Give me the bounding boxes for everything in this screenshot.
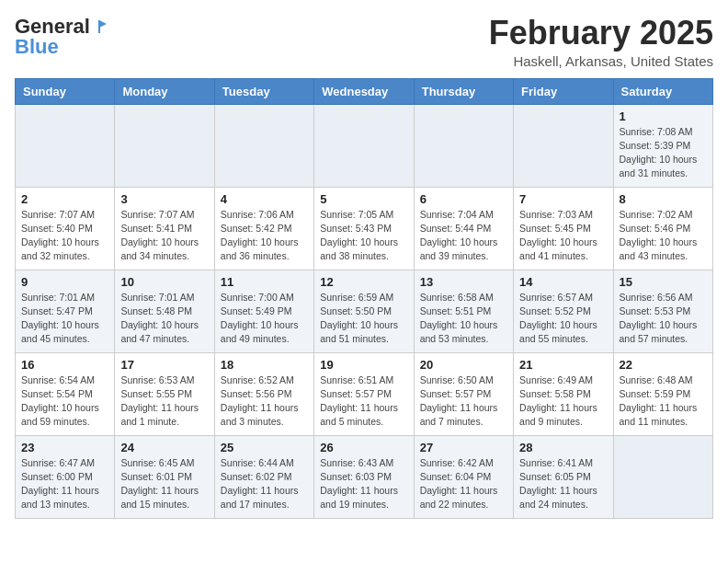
day-detail: Sunrise: 6:51 AM Sunset: 5:57 PM Dayligh…: [320, 373, 407, 430]
weekday-header-sunday: Sunday: [16, 78, 115, 104]
calendar-day-cell: 15Sunrise: 6:56 AM Sunset: 5:53 PM Dayli…: [613, 270, 712, 352]
calendar-day-cell: 8Sunrise: 7:02 AM Sunset: 5:46 PM Daylig…: [613, 187, 712, 270]
calendar-day-cell: 14Sunrise: 6:57 AM Sunset: 5:52 PM Dayli…: [514, 270, 613, 352]
calendar-day-cell: [613, 435, 712, 518]
day-number: 18: [221, 358, 308, 372]
calendar-day-cell: [214, 104, 313, 187]
day-detail: Sunrise: 7:01 AM Sunset: 5:48 PM Dayligh…: [120, 291, 208, 347]
day-number: 8: [620, 192, 707, 206]
day-detail: Sunrise: 7:03 AM Sunset: 5:45 PM Dayligh…: [519, 208, 607, 264]
day-number: 14: [519, 275, 607, 289]
day-number: 10: [120, 275, 208, 289]
logo-blue-text: Blue: [15, 35, 59, 59]
calendar-day-cell: 13Sunrise: 6:58 AM Sunset: 5:51 PM Dayli…: [414, 270, 513, 352]
calendar-day-cell: [16, 104, 115, 187]
calendar-day-cell: [115, 104, 214, 187]
weekday-header-wednesday: Wednesday: [314, 78, 414, 104]
calendar-day-cell: 24Sunrise: 6:45 AM Sunset: 6:01 PM Dayli…: [115, 435, 214, 518]
day-number: 23: [21, 441, 108, 454]
calendar-day-cell: 2Sunrise: 7:07 AM Sunset: 5:40 PM Daylig…: [16, 187, 115, 270]
day-detail: Sunrise: 6:56 AM Sunset: 5:53 PM Dayligh…: [620, 291, 707, 347]
day-number: 13: [420, 275, 507, 289]
svg-marker-0: [99, 20, 107, 28]
calendar-day-cell: 10Sunrise: 7:01 AM Sunset: 5:48 PM Dayli…: [115, 270, 214, 352]
day-number: 25: [221, 441, 308, 454]
calendar-day-cell: 28Sunrise: 6:41 AM Sunset: 6:05 PM Dayli…: [514, 435, 613, 518]
day-detail: Sunrise: 6:52 AM Sunset: 5:56 PM Dayligh…: [221, 373, 308, 430]
svg-rect-1: [98, 20, 100, 33]
day-detail: Sunrise: 7:01 AM Sunset: 5:47 PM Dayligh…: [21, 291, 108, 347]
calendar-day-cell: 5Sunrise: 7:05 AM Sunset: 5:43 PM Daylig…: [314, 187, 414, 270]
day-number: 2: [21, 192, 108, 206]
day-number: 1: [620, 109, 707, 123]
day-detail: Sunrise: 7:00 AM Sunset: 5:49 PM Dayligh…: [221, 291, 308, 347]
day-number: 12: [320, 275, 407, 289]
day-detail: Sunrise: 7:02 AM Sunset: 5:46 PM Dayligh…: [620, 208, 707, 264]
calendar-day-cell: 18Sunrise: 6:52 AM Sunset: 5:56 PM Dayli…: [214, 352, 313, 435]
calendar-day-cell: 6Sunrise: 7:04 AM Sunset: 5:44 PM Daylig…: [414, 187, 513, 270]
calendar-day-cell: 21Sunrise: 6:49 AM Sunset: 5:58 PM Dayli…: [514, 352, 613, 435]
day-detail: Sunrise: 6:43 AM Sunset: 6:03 PM Dayligh…: [320, 456, 407, 512]
day-number: 20: [420, 358, 507, 372]
day-detail: Sunrise: 6:50 AM Sunset: 5:57 PM Dayligh…: [420, 373, 507, 430]
calendar-header-row: SundayMondayTuesdayWednesdayThursdayFrid…: [16, 78, 713, 104]
calendar-day-cell: 12Sunrise: 6:59 AM Sunset: 5:50 PM Dayli…: [314, 270, 414, 352]
month-title: February 2025: [489, 15, 713, 52]
day-detail: Sunrise: 6:57 AM Sunset: 5:52 PM Dayligh…: [519, 291, 607, 347]
weekday-header-monday: Monday: [115, 78, 214, 104]
weekday-header-friday: Friday: [514, 78, 613, 104]
calendar-day-cell: 9Sunrise: 7:01 AM Sunset: 5:47 PM Daylig…: [16, 270, 115, 352]
day-number: 15: [620, 275, 707, 289]
day-number: 27: [420, 441, 507, 454]
calendar-week-row: 9Sunrise: 7:01 AM Sunset: 5:47 PM Daylig…: [16, 270, 713, 352]
day-detail: Sunrise: 7:06 AM Sunset: 5:42 PM Dayligh…: [221, 208, 308, 264]
logo-flag-icon: [92, 18, 108, 35]
calendar-week-row: 2Sunrise: 7:07 AM Sunset: 5:40 PM Daylig…: [16, 187, 713, 270]
day-detail: Sunrise: 7:05 AM Sunset: 5:43 PM Dayligh…: [320, 208, 407, 264]
calendar-day-cell: 26Sunrise: 6:43 AM Sunset: 6:03 PM Dayli…: [314, 435, 414, 518]
day-number: 17: [120, 358, 208, 372]
day-detail: Sunrise: 7:04 AM Sunset: 5:44 PM Dayligh…: [420, 208, 507, 264]
day-detail: Sunrise: 7:07 AM Sunset: 5:40 PM Dayligh…: [21, 208, 108, 264]
day-number: 16: [21, 358, 108, 372]
calendar-week-row: 1Sunrise: 7:08 AM Sunset: 5:39 PM Daylig…: [16, 104, 713, 187]
calendar-day-cell: [314, 104, 414, 187]
calendar-day-cell: 23Sunrise: 6:47 AM Sunset: 6:00 PM Dayli…: [16, 435, 115, 518]
day-number: 5: [320, 192, 407, 206]
calendar-day-cell: 25Sunrise: 6:44 AM Sunset: 6:02 PM Dayli…: [214, 435, 313, 518]
calendar-table: SundayMondayTuesdayWednesdayThursdayFrid…: [15, 78, 713, 519]
calendar-day-cell: 20Sunrise: 6:50 AM Sunset: 5:57 PM Dayli…: [414, 352, 513, 435]
day-number: 3: [120, 192, 208, 206]
day-detail: Sunrise: 6:54 AM Sunset: 5:54 PM Dayligh…: [21, 373, 108, 430]
day-detail: Sunrise: 6:59 AM Sunset: 5:50 PM Dayligh…: [320, 291, 407, 347]
day-number: 9: [21, 275, 108, 289]
calendar-day-cell: 7Sunrise: 7:03 AM Sunset: 5:45 PM Daylig…: [514, 187, 613, 270]
calendar-day-cell: 17Sunrise: 6:53 AM Sunset: 5:55 PM Dayli…: [115, 352, 214, 435]
day-detail: Sunrise: 6:44 AM Sunset: 6:02 PM Dayligh…: [221, 456, 308, 512]
day-detail: Sunrise: 6:48 AM Sunset: 5:59 PM Dayligh…: [620, 373, 707, 430]
day-number: 28: [519, 441, 607, 454]
day-detail: Sunrise: 6:49 AM Sunset: 5:58 PM Dayligh…: [519, 373, 607, 430]
day-detail: Sunrise: 7:08 AM Sunset: 5:39 PM Dayligh…: [620, 125, 707, 181]
day-number: 19: [320, 358, 407, 372]
logo: General Blue: [15, 15, 108, 59]
calendar-day-cell: 11Sunrise: 7:00 AM Sunset: 5:49 PM Dayli…: [214, 270, 313, 352]
day-detail: Sunrise: 7:07 AM Sunset: 5:41 PM Dayligh…: [120, 208, 208, 264]
calendar-day-cell: 16Sunrise: 6:54 AM Sunset: 5:54 PM Dayli…: [16, 352, 115, 435]
calendar-week-row: 16Sunrise: 6:54 AM Sunset: 5:54 PM Dayli…: [16, 352, 713, 435]
calendar-day-cell: [414, 104, 513, 187]
calendar-day-cell: 3Sunrise: 7:07 AM Sunset: 5:41 PM Daylig…: [115, 187, 214, 270]
day-number: 21: [519, 358, 607, 372]
day-detail: Sunrise: 6:47 AM Sunset: 6:00 PM Dayligh…: [21, 456, 108, 512]
title-section: February 2025 Haskell, Arkansas, United …: [489, 15, 713, 69]
day-detail: Sunrise: 6:45 AM Sunset: 6:01 PM Dayligh…: [120, 456, 208, 512]
day-number: 22: [620, 358, 707, 372]
day-detail: Sunrise: 6:53 AM Sunset: 5:55 PM Dayligh…: [120, 373, 208, 430]
calendar-day-cell: 22Sunrise: 6:48 AM Sunset: 5:59 PM Dayli…: [613, 352, 712, 435]
calendar-day-cell: 1Sunrise: 7:08 AM Sunset: 5:39 PM Daylig…: [613, 104, 712, 187]
weekday-header-thursday: Thursday: [414, 78, 513, 104]
day-number: 4: [221, 192, 308, 206]
calendar-day-cell: 27Sunrise: 6:42 AM Sunset: 6:04 PM Dayli…: [414, 435, 513, 518]
day-number: 24: [120, 441, 208, 454]
day-detail: Sunrise: 6:58 AM Sunset: 5:51 PM Dayligh…: [420, 291, 507, 347]
